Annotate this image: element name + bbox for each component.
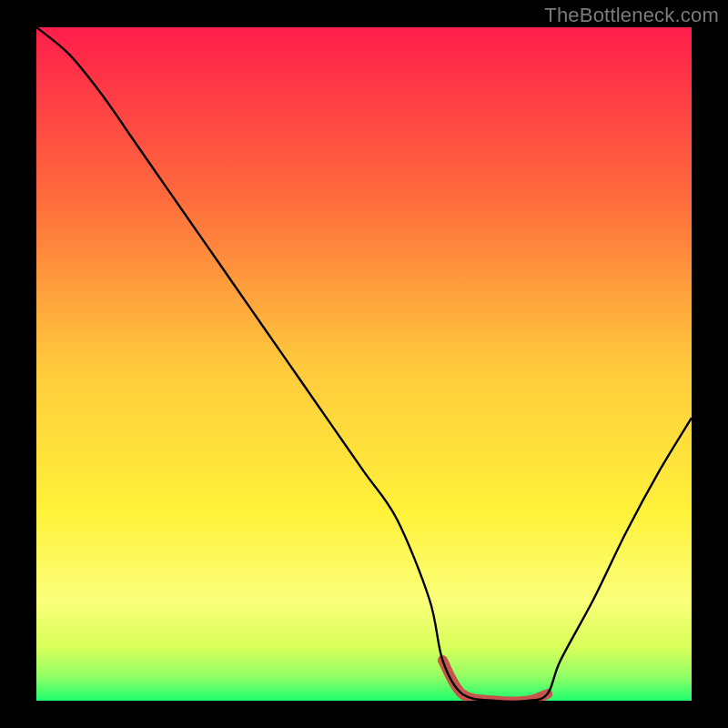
watermark-text: TheBottleneck.com bbox=[544, 4, 719, 27]
plot-area bbox=[36, 27, 692, 701]
chart-frame: TheBottleneck.com bbox=[0, 0, 728, 728]
chart-svg bbox=[36, 27, 692, 701]
